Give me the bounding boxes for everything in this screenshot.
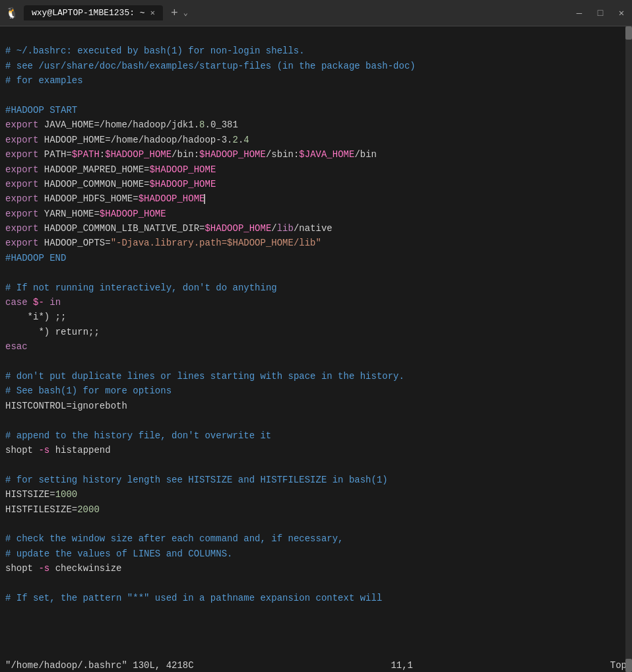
scrollbar[interactable] [625,26,632,672]
tab-label: wxy@LAPTOP-1MBE1235: ~ [32,8,145,18]
scrollbar-thumb-bottom[interactable] [625,659,632,672]
titlebar: 🐧 wxy@LAPTOP-1MBE1235: ~ ✕ + ⌄ — □ ✕ [0,0,632,26]
window-controls: — □ ✕ [574,7,627,18]
terminal-icon: 🐧 [5,7,18,20]
statusbar-file-info: "/home/hadoop/.bashrc" 130L, 4218C [5,660,194,671]
new-tab-button[interactable]: + [171,7,178,20]
tab-chevron-button[interactable]: ⌄ [183,8,188,18]
statusbar: "/home/hadoop/.bashrc" 130L, 4218C 11,1 … [0,659,632,672]
code-content: # ~/.bashrc: executed by bash(1) for non… [5,29,627,621]
close-button[interactable]: ✕ [616,7,627,18]
minimize-button[interactable]: — [574,8,585,18]
statusbar-scroll: Top [610,660,627,671]
statusbar-position: 11,1 [391,660,413,671]
scrollbar-thumb-top[interactable] [625,26,632,40]
terminal-body: # ~/.bashrc: executed by bash(1) for non… [0,26,632,672]
tab-close-button[interactable]: ✕ [150,8,155,18]
active-tab[interactable]: wxy@LAPTOP-1MBE1235: ~ ✕ [24,5,163,20]
maximize-button[interactable]: □ [595,8,606,18]
